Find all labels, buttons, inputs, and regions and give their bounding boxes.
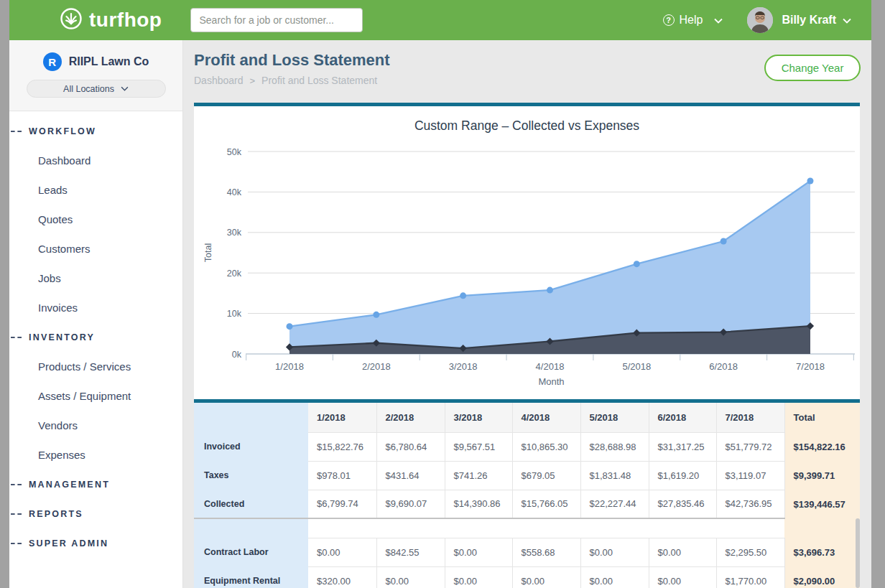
row-total: $2,090.00: [784, 566, 860, 588]
svg-text:30k: 30k: [227, 228, 242, 238]
sidebar-item-dashboard[interactable]: Dashboard: [9, 146, 182, 175]
cell-value: [308, 518, 376, 538]
table-scrollbar-thumb[interactable]: [856, 518, 860, 588]
cell-value: $6,780.64: [376, 432, 445, 461]
cell-value: $51,779.72: [716, 432, 784, 461]
cell-value: $42,736.95: [716, 490, 784, 518]
nav-section-inventory[interactable]: INVENTORY: [9, 322, 182, 352]
user-name[interactable]: Billy Kraft: [782, 14, 836, 27]
column-header-7-2018: 7/2018: [716, 403, 784, 432]
sidebar-item-invoices[interactable]: Invoices: [9, 293, 182, 322]
cell-value: $15,766.05: [512, 490, 580, 518]
breadcrumb-current: Profit and Loss Statement: [261, 75, 377, 86]
topbar: turfhop ? Help Billy Kraft: [9, 0, 871, 40]
page-title: Profit and Loss Statement: [194, 51, 390, 70]
cell-value: $0.00: [649, 566, 716, 588]
cell-value: [445, 518, 512, 538]
user-chevron-down-icon[interactable]: [843, 14, 851, 27]
dashes-icon: [11, 131, 22, 132]
table-spacer-row: [194, 518, 860, 538]
nav-section-workflow[interactable]: WORKFLOW: [9, 116, 182, 146]
cell-value: $3,119.07: [716, 461, 784, 490]
sidebar-item-vendors[interactable]: Vendors: [9, 411, 182, 440]
cell-value: $431.64: [376, 461, 445, 490]
nav-section-super-admin[interactable]: SUPER ADMIN: [9, 528, 182, 558]
help-menu[interactable]: ? Help: [663, 14, 723, 27]
cell-value: $0.00: [445, 538, 512, 566]
left-scrollbar[interactable]: [0, 0, 9, 588]
user-avatar[interactable]: [747, 7, 773, 33]
right-scrollbar[interactable]: [871, 0, 885, 588]
sidebar-item-products-services[interactable]: Products / Services: [9, 352, 182, 381]
cell-value: $0.00: [308, 538, 376, 566]
row-total: $9,399.71: [784, 461, 860, 490]
cell-value: [512, 518, 580, 538]
nav-section-reports[interactable]: REPORTS: [9, 499, 182, 528]
cell-value: $31,317.25: [649, 432, 716, 461]
svg-text:50k: 50k: [227, 147, 242, 157]
cell-value: $0.00: [512, 566, 580, 588]
svg-text:5/2018: 5/2018: [622, 361, 651, 372]
chart-card: Custom Range – Collected vs Expenses 0k1…: [194, 103, 860, 399]
chevron-down-icon: [714, 14, 723, 27]
cell-value: [716, 518, 784, 538]
cell-value: $27,835.46: [649, 490, 716, 518]
svg-text:Month: Month: [538, 376, 564, 387]
cell-value: $1,770.00: [716, 566, 784, 588]
location-selector-label: All Locations: [63, 84, 114, 94]
cell-value: $978.01: [308, 461, 376, 490]
cell-value: $320.00: [308, 566, 376, 588]
svg-text:40k: 40k: [227, 187, 242, 197]
company-badge: R: [43, 52, 62, 71]
nav-section-label: REPORTS: [29, 509, 83, 519]
table-row-collected: Collected$6,799.74$9,690.07$14,390.86$15…: [194, 490, 860, 518]
sidebar-item-assets-equipment[interactable]: Assets / Equipment: [9, 381, 182, 411]
cell-value: [649, 518, 716, 538]
location-selector[interactable]: All Locations: [27, 80, 166, 98]
sidebar-company-panel: R RIIPL Lawn Co All Locations: [9, 40, 182, 111]
cell-value: $2,295.50: [716, 538, 784, 566]
company-row: R RIIPL Lawn Co: [9, 40, 182, 71]
cell-value: $1,619.20: [649, 461, 716, 490]
change-year-button[interactable]: Change Year: [764, 55, 861, 81]
sidebar-item-quotes[interactable]: Quotes: [9, 205, 182, 234]
svg-text:4/2018: 4/2018: [536, 361, 565, 372]
row-label: Invoiced: [194, 432, 308, 461]
svg-text:3/2018: 3/2018: [449, 361, 478, 372]
dashes-icon: [11, 484, 22, 485]
column-header-2-2018: 2/2018: [376, 403, 445, 432]
svg-text:6/2018: 6/2018: [709, 361, 738, 372]
company-name: RIIPL Lawn Co: [69, 55, 149, 68]
breadcrumb-separator: >: [250, 75, 256, 86]
pnl-table-card: 1/20182/20183/20184/20185/20186/20187/20…: [194, 399, 860, 588]
sidebar-item-jobs[interactable]: Jobs: [9, 263, 182, 293]
row-label: Contract Labor: [194, 538, 308, 566]
sidebar-item-customers[interactable]: Customers: [9, 234, 182, 263]
cell-value: $9,567.51: [445, 432, 512, 461]
sidebar-item-expenses[interactable]: Expenses: [9, 440, 182, 470]
breadcrumb-dashboard[interactable]: Dashboard: [194, 75, 244, 86]
svg-text:20k: 20k: [227, 269, 242, 279]
svg-text:7/2018: 7/2018: [796, 361, 825, 372]
search-input[interactable]: [190, 8, 363, 32]
svg-text:2/2018: 2/2018: [362, 361, 391, 372]
help-icon: ?: [663, 14, 675, 26]
sidebar: R RIIPL Lawn Co All Locations WORKFLOWDa…: [9, 40, 183, 588]
cell-value: $741.26: [445, 461, 512, 490]
app-logo[interactable]: turfhop: [60, 7, 162, 33]
nav-section-management[interactable]: MANAGEMENT: [9, 470, 182, 499]
dashes-icon: [11, 543, 22, 544]
svg-text:Total: Total: [203, 243, 213, 262]
sidebar-item-leads[interactable]: Leads: [9, 175, 182, 205]
table-row-taxes: Taxes$978.01$431.64$741.26$679.05$1,831.…: [194, 461, 860, 490]
cell-value: $0.00: [580, 566, 649, 588]
sidebar-nav: WORKFLOWDashboardLeadsQuotesCustomersJob…: [9, 111, 182, 558]
cell-value: $558.68: [512, 538, 580, 566]
column-header-3-2018: 3/2018: [445, 403, 512, 432]
nav-section-label: SUPER ADMIN: [29, 538, 108, 549]
cell-value: $0.00: [445, 566, 512, 588]
svg-text:0k: 0k: [232, 350, 242, 360]
cell-value: $679.05: [512, 461, 580, 490]
chevron-down-icon: [121, 86, 129, 91]
table-row-equipment-rental: Equipment Rental$320.00$0.00$0.00$0.00$0…: [194, 566, 860, 588]
